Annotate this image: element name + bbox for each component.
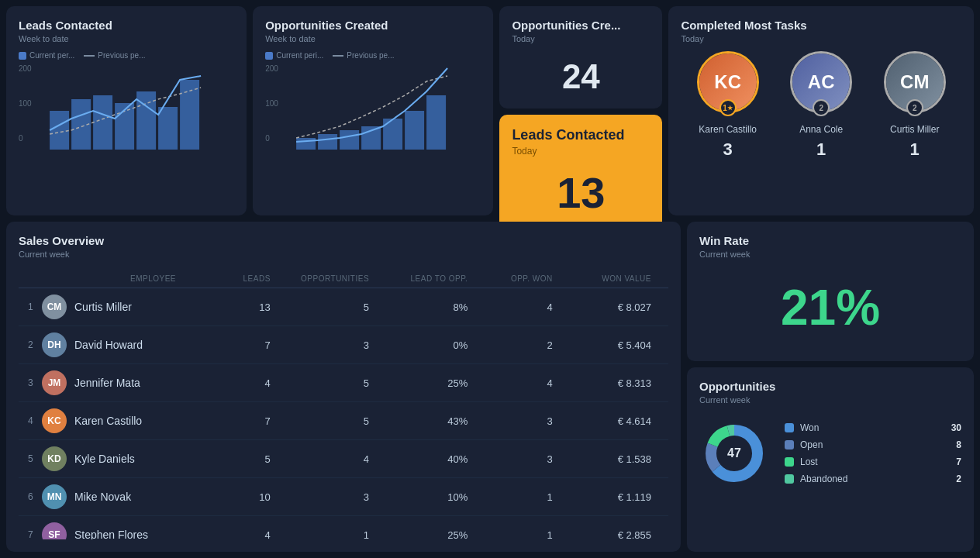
legend-previous-label: Previous pe... xyxy=(98,51,145,60)
svg-rect-4 xyxy=(136,91,156,150)
y-label-100: 100 xyxy=(19,99,32,108)
opps-created-legend: Current peri... Previous pe... xyxy=(265,51,481,60)
row-won-value: € 4.614 xyxy=(568,415,659,427)
tasks-people-list: KC 1 ★ Karen Castillo 3 AC xyxy=(681,51,961,160)
row-name: Stephen Flores xyxy=(74,529,148,539)
row-avatar: DH xyxy=(42,332,67,357)
table-row[interactable]: 1 CM Curtis Miller 13 5 8% 4 € 8.027 xyxy=(19,288,668,326)
opp-content: 47 Won 30 Open 8 Lost 7 Abandoned 2 xyxy=(699,418,961,488)
row-name: Mike Novak xyxy=(74,491,131,503)
opp-legend-val: 7 xyxy=(956,456,961,467)
win-rate-card: Win Rate Current week 21% xyxy=(687,222,974,361)
row-won-value: € 2.855 xyxy=(568,529,659,540)
table-row[interactable]: 6 MN Mike Novak 10 3 10% 1 € 1.119 xyxy=(19,478,668,516)
col-header-opp-won: OPP. WON xyxy=(483,274,568,283)
completed-tasks-subtitle: Today xyxy=(681,34,961,43)
row-leads: 4 xyxy=(201,377,285,389)
opps-y-label-100: 100 xyxy=(265,99,278,108)
row-leads: 7 xyxy=(201,415,285,427)
opps-created-subtitle: Week to date xyxy=(265,34,481,43)
opps-today-value: 24 xyxy=(512,57,650,96)
opps-today-subtitle: Today xyxy=(512,34,650,43)
col-leads-label: LEADS xyxy=(243,274,271,283)
row-lead-opp: 8% xyxy=(385,301,483,313)
opps-today-card: Opportunities Cre... Today 24 xyxy=(499,6,662,108)
col-opp-won-label: OPP. WON xyxy=(511,274,553,283)
svg-rect-0 xyxy=(50,111,69,150)
row-lead-opp: 43% xyxy=(385,415,483,427)
row-won-value: € 5.404 xyxy=(568,339,659,351)
win-rate-value: 21% xyxy=(781,283,880,332)
row-rank: 7 xyxy=(28,529,42,539)
leads-contacted-legend: Current per... Previous pe... xyxy=(19,51,234,60)
opp-legend-item: Abandoned 2 xyxy=(785,474,961,484)
row-name: Jennifer Mata xyxy=(74,377,140,389)
opp-legend-val: 30 xyxy=(951,422,961,433)
sales-overview-card: Sales Overview Current week EMPLOYEE LEA… xyxy=(6,222,681,552)
opp-legend-label: Open xyxy=(800,439,950,450)
opp-legend-label: Abandoned xyxy=(800,474,950,484)
row-lead-opp: 0% xyxy=(385,339,483,351)
table-row[interactable]: 3 JM Jennifer Mata 4 5 25% 4 € 8.313 xyxy=(19,364,668,402)
col-won-value-label: WON VALUE xyxy=(602,274,651,283)
row-rank: 6 xyxy=(28,491,42,502)
table-row[interactable]: 2 DH David Howard 7 3 0% 2 € 5.404 xyxy=(19,326,668,364)
opportunities-title: Opportunities xyxy=(699,380,961,393)
opp-legend-dot xyxy=(785,457,794,467)
opps-legend-previous-label: Previous pe... xyxy=(347,51,394,60)
svg-rect-8 xyxy=(318,134,337,150)
row-opps: 5 xyxy=(286,377,385,389)
opportunities-card: Opportunities Current week xyxy=(687,367,974,552)
col-header-opps: OPPORTUNITIES xyxy=(286,274,385,283)
col-lead-opp-label: LEAD TO OPP. xyxy=(411,274,468,283)
row-name: Kyle Daniels xyxy=(74,453,135,465)
top-row: Leads Contacted Week to date Current per… xyxy=(6,6,974,215)
row-rank: 1 xyxy=(28,301,42,312)
row-rank: 5 xyxy=(28,453,42,464)
row-lead-opp: 10% xyxy=(385,491,483,503)
center-col: Opportunities Cre... Today 24 Leads Cont… xyxy=(499,6,662,215)
col-employee-label: EMPLOYEE xyxy=(130,274,176,283)
svg-rect-6 xyxy=(180,80,199,150)
opps-today-title: Opportunities Cre... xyxy=(512,19,650,32)
leads-contacted-subtitle: Week to date xyxy=(19,34,234,43)
row-opp-won: 2 xyxy=(483,339,568,351)
donut-label: 47 xyxy=(727,446,741,460)
opps-created-card: Opportunities Created Week to date Curre… xyxy=(253,6,493,215)
curtis-name: Curtis Miller xyxy=(890,124,939,135)
row-avatar: MN xyxy=(42,484,67,509)
row-name: Curtis Miller xyxy=(74,301,132,313)
opps-y-label-200: 200 xyxy=(265,64,278,73)
opp-legend-label: Won xyxy=(800,422,945,433)
completed-tasks-title: Completed Most Tasks xyxy=(681,19,961,32)
row-opps: 3 xyxy=(286,339,385,351)
svg-rect-5 xyxy=(158,107,178,150)
opp-legend-item: Open 8 xyxy=(785,439,961,450)
opp-legend-val: 2 xyxy=(956,474,961,484)
row-rank: 4 xyxy=(28,415,42,426)
row-opps: 3 xyxy=(286,491,385,503)
opps-legend-previous: Previous pe... xyxy=(333,51,394,60)
legend-current: Current per... xyxy=(19,51,74,60)
row-lead-opp: 25% xyxy=(385,529,483,540)
table-row[interactable]: 7 SF Stephen Flores 4 1 25% 1 € 2.855 xyxy=(19,516,668,539)
curtis-avatar-wrap: CM 2 xyxy=(884,51,946,113)
row-won-value: € 8.027 xyxy=(568,301,659,313)
opp-legend-label: Lost xyxy=(800,456,950,467)
table-body: 1 CM Curtis Miller 13 5 8% 4 € 8.027 2 D… xyxy=(19,288,668,539)
row-opp-won: 1 xyxy=(483,529,568,540)
opps-chart-svg xyxy=(282,64,481,150)
right-col: Win Rate Current week 21% Opportunities … xyxy=(687,222,974,552)
opps-chart-area: 200 100 0 xyxy=(265,64,481,173)
col-opps-label: OPPORTUNITIES xyxy=(301,274,369,283)
opp-legend-dot xyxy=(785,440,794,450)
legend-previous: Previous pe... xyxy=(84,51,145,60)
opps-legend-current-dot xyxy=(265,52,273,60)
table-row[interactable]: 5 KD Kyle Daniels 5 4 40% 3 € 1.538 xyxy=(19,440,668,478)
row-leads: 10 xyxy=(201,491,285,503)
row-avatar: CM xyxy=(42,294,67,319)
svg-rect-13 xyxy=(426,95,446,150)
table-row[interactable]: 4 KC Karen Castillo 7 5 43% 3 € 4.614 xyxy=(19,402,668,440)
legend-current-dot xyxy=(19,52,26,60)
col-header-lead-opp: LEAD TO OPP. xyxy=(385,274,483,283)
